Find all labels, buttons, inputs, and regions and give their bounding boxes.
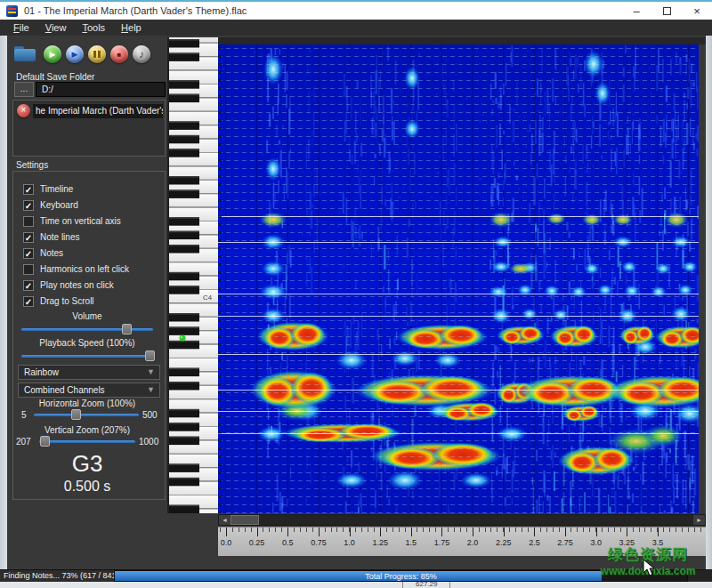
- vertical-zoom-slider-thumb[interactable]: [40, 436, 50, 447]
- checkbox-checked[interactable]: ✓: [23, 232, 34, 243]
- checkbox-label: Note lines: [40, 232, 79, 242]
- stop-icon: ■: [117, 51, 122, 59]
- palette-dropdown[interactable]: Rainbow▼: [18, 365, 160, 380]
- piano-keyboard[interactable]: [167, 37, 218, 513]
- window-title: 01 - The Imperial March (Darth Vader's T…: [24, 5, 247, 16]
- remove-file-button close-icon[interactable]: ×: [17, 104, 30, 117]
- file-list-item[interactable]: he Imperial March (Darth Vader's Theme): [33, 104, 163, 118]
- menu-item-view[interactable]: View: [37, 21, 75, 34]
- stop-button[interactable]: ■: [110, 45, 128, 63]
- play-button[interactable]: ▶: [44, 45, 61, 63]
- scroll-right-arrow-icon[interactable]: ►: [693, 515, 705, 525]
- checkbox-label: Time on vertical axis: [40, 216, 121, 226]
- checkbox-label: Play notes on click: [40, 280, 114, 290]
- scroll-left-arrow-icon[interactable]: ◄: [219, 515, 231, 525]
- pause-button[interactable]: [88, 45, 106, 63]
- channels-dropdown[interactable]: Combined Channels▼: [18, 383, 160, 398]
- timeline-major-tick: [565, 528, 566, 536]
- timeline-major-tick: [596, 528, 597, 536]
- checkbox-unchecked[interactable]: [23, 264, 34, 275]
- menu-item-tools[interactable]: Tools: [74, 21, 113, 34]
- spectrogram-top-margin: [218, 37, 706, 44]
- setting-row-harmonics-on-left-click[interactable]: Harmonics on left click: [23, 263, 129, 275]
- horizontal-zoom-slider-thumb[interactable]: [71, 409, 81, 420]
- timeline-major-tick: [287, 528, 288, 536]
- toolbar: ▶ ▶ ■ ♪: [14, 43, 150, 66]
- playback-speed-slider-thumb[interactable]: [145, 350, 155, 361]
- horizontal-zoom-label: Horizontal Zoom (100%): [7, 399, 167, 408]
- timeline-major-tick: [658, 528, 659, 536]
- app-window: ▶ ▶ ■ ♪ Default Save Folder ... D:/ × he…: [7, 36, 706, 569]
- playback-speed-slider[interactable]: [21, 350, 153, 361]
- play-selection-button[interactable]: ▶: [66, 45, 84, 63]
- hzoom-max: 500: [142, 410, 158, 420]
- checkbox-label: Drag to Scroll: [40, 296, 94, 306]
- open-folder-button folder-icon[interactable]: [14, 46, 36, 62]
- timeline-major-tick: [441, 528, 442, 536]
- timeline-label: 0.25: [249, 538, 265, 547]
- maximize-button[interactable]: [651, 2, 682, 20]
- checkbox-checked[interactable]: ✓: [23, 184, 34, 195]
- window-controls: – ×: [621, 2, 712, 20]
- maximize-icon: [663, 7, 671, 15]
- menu-bar: FileViewToolsHelp: [0, 20, 712, 36]
- horizontal-zoom-slider[interactable]: [34, 409, 139, 420]
- background-window-fragment: 627.29: [402, 582, 450, 588]
- checkbox-checked[interactable]: ✓: [23, 248, 34, 259]
- export-notes-button[interactable]: ♪: [133, 45, 150, 63]
- scrollbar-thumb[interactable]: [231, 515, 259, 525]
- chevron-down-icon: ▼: [147, 366, 155, 379]
- timeline-label: 0.0: [221, 538, 232, 547]
- timeline-major-tick: [411, 528, 412, 536]
- setting-row-time-on-vertical-axis[interactable]: Time on vertical axis: [23, 215, 121, 227]
- current-time-display: 0.500 s: [7, 479, 167, 495]
- horizontal-scrollbar[interactable]: ◄ ►: [218, 514, 706, 526]
- menu-item-file[interactable]: File: [5, 21, 37, 34]
- play-selection-icon: ▶: [72, 50, 78, 59]
- timeline-label: 1.75: [434, 538, 450, 547]
- minimize-button[interactable]: –: [621, 2, 651, 20]
- setting-row-note-lines[interactable]: ✓Note lines: [23, 231, 79, 243]
- setting-row-keyboard[interactable]: ✓Keyboard: [23, 199, 78, 211]
- close-button[interactable]: ×: [682, 2, 712, 20]
- app-icon: [6, 5, 18, 17]
- timeline-major-tick: [473, 528, 473, 536]
- checkbox-label: Harmonics on left click: [40, 264, 129, 274]
- background-window-bottom-edge: 627.29: [0, 582, 712, 588]
- checkbox-checked[interactable]: ✓: [23, 296, 34, 307]
- volume-slider-thumb[interactable]: [122, 324, 132, 334]
- finding-notes-status: Finding Notes... 73% (617 / 841): [0, 570, 114, 583]
- current-note-display: G3: [7, 450, 167, 478]
- setting-row-timeline[interactable]: ✓Timeline: [23, 183, 73, 195]
- screen: 01 - The Imperial March (Darth Vader's T…: [0, 0, 712, 588]
- checkbox-checked[interactable]: ✓: [23, 280, 34, 291]
- checkbox-label: Notes: [40, 248, 63, 258]
- timeline-label: 2.25: [496, 538, 512, 547]
- spectrogram-canvas[interactable]: [218, 44, 699, 513]
- browse-button[interactable]: ...: [14, 82, 34, 97]
- timeline-major-tick: [504, 528, 505, 536]
- setting-row-notes[interactable]: ✓Notes: [23, 247, 63, 259]
- volume-slider[interactable]: [21, 324, 153, 334]
- playback-speed-label: Playback Speed (100%): [7, 338, 167, 348]
- timeline-label: 0.75: [311, 538, 327, 547]
- checkbox-unchecked[interactable]: [23, 216, 34, 227]
- timeline-label: 1.5: [406, 538, 417, 547]
- menu-item-help[interactable]: Help: [113, 21, 150, 34]
- setting-row-play-notes-on-click[interactable]: ✓Play notes on click: [23, 279, 114, 291]
- timeline-label: 2.5: [529, 538, 540, 547]
- timeline-major-tick: [534, 528, 535, 536]
- mouse-cursor: [643, 559, 657, 578]
- checkbox-checked[interactable]: ✓: [23, 200, 34, 211]
- setting-row-drag-to-scroll[interactable]: ✓Drag to Scroll: [23, 295, 94, 307]
- vzoom-max: 1000: [139, 437, 158, 447]
- background-window-right-edge: [706, 36, 712, 582]
- hzoom-min: 5: [21, 410, 27, 420]
- palette-value: Rainbow: [24, 367, 59, 377]
- music-note-icon: ♪: [139, 48, 144, 60]
- save-path-field[interactable]: D:/: [36, 82, 166, 97]
- timeline-label: 1.25: [372, 538, 388, 547]
- checkbox-label: Keyboard: [40, 200, 78, 210]
- vertical-zoom-slider[interactable]: [39, 436, 135, 447]
- vertical-zoom-label: Vertical Zoom (207%): [7, 425, 167, 435]
